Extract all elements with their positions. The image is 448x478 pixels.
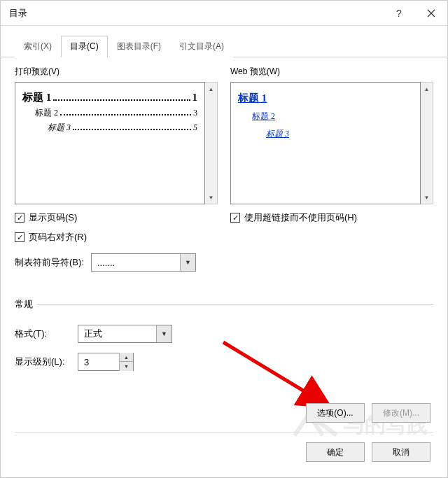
tabs: 索引(X) 目录(C) 图表目录(F) 引文目录(A): [15, 36, 447, 57]
preview-scrollbar[interactable]: ▲ ▼: [421, 82, 433, 204]
web-toc-link[interactable]: 标题 3: [266, 128, 289, 140]
web-toc-link[interactable]: 标题 2: [252, 111, 275, 122]
toc-row: 标题 3 5: [22, 122, 197, 134]
format-row: 格式(T): 正式 ▼: [15, 325, 433, 343]
dialog-content: 打印预览(V) 标题 1 1 标题 2 3: [1, 57, 447, 371]
combo-value: .......: [92, 258, 180, 268]
chevron-down-icon: ▼: [180, 254, 195, 271]
checkbox-icon: ✓: [15, 213, 24, 223]
right-align-checkbox[interactable]: ✓ 页码右对齐(R): [15, 231, 218, 244]
spinner-up-icon[interactable]: ▲: [119, 353, 133, 362]
tab-index[interactable]: 索引(X): [15, 36, 61, 57]
bottom-buttons: 确定 取消: [306, 442, 430, 462]
help-button[interactable]: ?: [383, 1, 415, 26]
print-preview-box: 标题 1 1 标题 2 3 标题 3 5: [15, 82, 205, 204]
toc-dialog: 目录 ? 索引(X) 目录(C) 图表目录(F) 引文目录(A) 打印预览(V)…: [0, 0, 448, 478]
show-levels-spinner[interactable]: 3 ▲ ▼: [78, 353, 134, 371]
tab-authorities[interactable]: 引文目录(A): [170, 36, 233, 57]
scroll-down-icon[interactable]: ▼: [205, 191, 217, 204]
print-preview-column: 打印预览(V) 标题 1 1 标题 2 3: [15, 66, 218, 272]
tab-leader-row: 制表符前导符(B): ....... ▼: [15, 253, 218, 272]
scroll-up-icon[interactable]: ▲: [205, 83, 217, 95]
checkbox-icon: ✓: [230, 213, 240, 223]
web-preview-box: 标题 1 标题 2 标题 3: [230, 82, 421, 204]
toc-row: 标题 1 1: [22, 91, 197, 104]
spinner-value: 3: [78, 357, 119, 367]
scroll-down-icon[interactable]: ▼: [421, 191, 433, 204]
tab-leader-combo[interactable]: ....... ▼: [91, 253, 196, 272]
divider: [15, 432, 433, 433]
show-levels-label: 显示级别(L):: [15, 356, 71, 368]
chevron-down-icon: ▼: [156, 325, 172, 342]
checkbox-label: 使用超链接而不使用页码(H): [244, 211, 357, 224]
show-page-numbers-checkbox[interactable]: ✓ 显示页码(S): [15, 211, 218, 224]
tab-figures[interactable]: 图表目录(F): [108, 36, 170, 57]
checkbox-label: 显示页码(S): [29, 211, 77, 224]
close-button[interactable]: [415, 1, 447, 26]
dialog-title: 目录: [9, 7, 383, 20]
web-toc-link[interactable]: 标题 1: [238, 92, 267, 105]
checkbox-label: 页码右对齐(R): [29, 231, 87, 244]
use-hyperlinks-checkbox[interactable]: ✓ 使用超链接而不使用页码(H): [230, 211, 433, 224]
checkbox-icon: ✓: [15, 232, 24, 242]
options-button[interactable]: 选项(O)...: [306, 403, 365, 423]
toc-row: 标题 2 3: [22, 107, 197, 119]
titlebar: 目录 ?: [1, 1, 447, 26]
close-icon: [427, 9, 435, 17]
web-preview-label: Web 预览(W): [230, 66, 433, 78]
print-preview-label: 打印预览(V): [15, 66, 218, 78]
tab-toc[interactable]: 目录(C): [61, 36, 108, 57]
spinner-down-icon[interactable]: ▼: [119, 362, 133, 371]
web-preview-column: Web 预览(W) 标题 1 标题 2 标题 3 ▲ ▼ ✓ 使用超链接而不使用…: [230, 66, 433, 272]
ok-button[interactable]: 确定: [306, 442, 365, 462]
tab-leader-label: 制表符前导符(B):: [15, 256, 84, 269]
combo-value: 正式: [78, 328, 156, 340]
mid-buttons: 选项(O)... 修改(M)...: [306, 403, 430, 423]
general-section-label: 常规: [15, 298, 433, 312]
show-levels-row: 显示级别(L): 3 ▲ ▼: [15, 353, 433, 371]
modify-button[interactable]: 修改(M)...: [372, 403, 430, 423]
format-label: 格式(T):: [15, 328, 71, 340]
cancel-button[interactable]: 取消: [372, 442, 430, 462]
preview-scrollbar[interactable]: ▲ ▼: [205, 82, 218, 204]
scroll-up-icon[interactable]: ▲: [421, 83, 433, 95]
format-combo[interactable]: 正式 ▼: [78, 325, 172, 343]
